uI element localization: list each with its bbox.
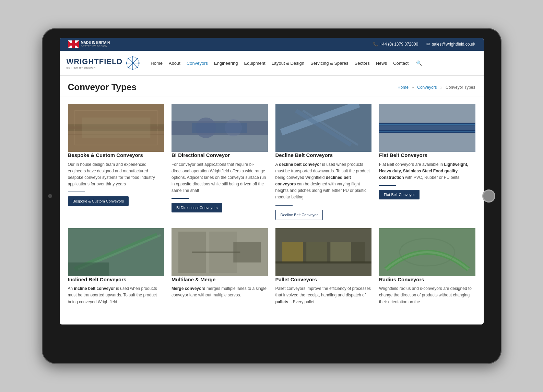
- svg-point-14: [128, 58, 129, 59]
- card-radius-image: [379, 228, 475, 276]
- brand-logo-icon: [125, 56, 140, 71]
- svg-point-18: [132, 62, 134, 64]
- card-bespoke-desc: Our in house design team and experienced…: [68, 161, 164, 188]
- nav-home[interactable]: Home: [151, 54, 163, 73]
- svg-point-11: [132, 69, 133, 70]
- page-title: Conveyor Types: [68, 82, 137, 93]
- nav-equipment[interactable]: Equipment: [244, 54, 265, 73]
- contact-info: 📞 +44 (0) 1379 872800 ✉ sales@wrightfiel…: [373, 42, 475, 47]
- card-bidirectional-image: [172, 104, 268, 152]
- nav-conveyors[interactable]: Conveyors: [187, 54, 208, 73]
- svg-rect-38: [379, 130, 475, 133]
- breadcrumb-conveyors[interactable]: Conveyors: [417, 85, 437, 90]
- card-flatbelt-divider: [379, 185, 396, 186]
- breadcrumb: Home » Conveyors » Conveyor Types: [398, 85, 475, 90]
- card-flatbelt-desc: Flat Belt conveyors are available in Lig…: [379, 161, 475, 181]
- nav-news[interactable]: News: [376, 54, 387, 73]
- page-title-area: Conveyor Types Home » Conveyors » Convey…: [60, 76, 484, 97]
- mib-text: MADE IN BRITAIN: [81, 41, 110, 45]
- card-multilane: Multilane & Merge Merge conveyors merges…: [172, 228, 268, 309]
- svg-point-13: [138, 62, 140, 64]
- email-address: sales@wrightfield.co.uk: [432, 42, 475, 47]
- nav-engineering[interactable]: Engineering: [214, 54, 238, 73]
- nav-servicing-spares[interactable]: Servicing & Spares: [310, 54, 349, 73]
- main-content: Bespoke & Custom Conveyors Our in house …: [60, 97, 484, 324]
- card-decline-image: [275, 104, 372, 152]
- card-inclined-image: [68, 228, 164, 276]
- card-bespoke-title: Bespoke & Custom Conveyors: [68, 152, 164, 159]
- breadcrumb-home[interactable]: Home: [398, 85, 409, 90]
- svg-rect-53: [306, 242, 327, 262]
- card-decline-divider: [275, 205, 293, 206]
- svg-rect-4: [68, 43, 79, 46]
- svg-rect-52: [282, 242, 303, 262]
- card-inclined: Inclined Belt Conveyors An incline belt …: [68, 228, 164, 309]
- card-pallet-desc: Pallet conveyors improve the efficiency …: [275, 285, 372, 305]
- main-nav: Home About Conveyors Engineering Equipme…: [151, 54, 476, 73]
- card-pallet-image: [275, 228, 372, 276]
- card-bidirectional-desc: For conveyor belt applications that requ…: [172, 161, 268, 194]
- card-multilane-desc: Merge conveyors merges multiple lanes to…: [172, 285, 268, 298]
- card-multilane-image: [172, 228, 268, 276]
- card-radius-title: Radius Conveyors: [379, 276, 475, 283]
- card-decline: Decline Belt Conveyors A decline belt co…: [275, 104, 372, 220]
- svg-point-15: [137, 67, 138, 68]
- card-pallet: Pallet Conveyors Pallet conveyors improv…: [275, 228, 372, 309]
- brand-name: WRIGHTFIELD: [67, 57, 123, 66]
- card-bespoke: Bespoke & Custom Conveyors Our in house …: [68, 104, 164, 220]
- svg-point-10: [132, 56, 133, 58]
- card-bespoke-image: [68, 104, 164, 152]
- card-pallet-title: Pallet Conveyors: [275, 276, 372, 283]
- card-inclined-title: Inclined Belt Conveyors: [68, 276, 164, 283]
- card-bespoke-button[interactable]: Bespoke & Custom Conveyors: [68, 196, 129, 206]
- mib-subtext: BETTER BY DESIGN: [81, 45, 110, 48]
- card-grid-row1: Bespoke & Custom Conveyors Our in house …: [68, 104, 475, 220]
- card-grid-row2: Inclined Belt Conveyors An incline belt …: [68, 228, 475, 309]
- phone-number: +44 (0) 1379 872800: [380, 42, 418, 47]
- search-icon[interactable]: 🔍: [416, 60, 422, 66]
- card-flatbelt: Flat Belt Conveyors Flat Belt conveyors …: [379, 104, 475, 220]
- card-decline-button[interactable]: Decline Belt Conveyor: [275, 210, 323, 220]
- site-header: WRIGHTFIELD BETTER BY DESIGN: [60, 51, 484, 76]
- nav-contact[interactable]: Contact: [393, 54, 409, 73]
- svg-rect-37: [379, 123, 475, 125]
- svg-rect-44: [68, 262, 109, 276]
- card-bidirectional-divider: [172, 198, 189, 199]
- card-radius: Radius Conveyors Wrightfield radius and …: [379, 228, 475, 309]
- card-flatbelt-title: Flat Belt Conveyors: [379, 152, 475, 159]
- card-bidirectional-title: Bi Directional Conveyor: [172, 152, 268, 159]
- phone-icon: 📞: [373, 42, 378, 47]
- mib-flag-icon: [68, 40, 79, 48]
- email-icon: ✉: [426, 42, 430, 47]
- svg-rect-54: [330, 242, 351, 262]
- nav-layout-design[interactable]: Layout & Design: [272, 54, 304, 73]
- card-bidirectional: Bi Directional Conveyor For conveyor bel…: [172, 104, 268, 220]
- card-radius-desc: Wrightfield radius and s-conveyors are d…: [379, 285, 475, 305]
- svg-rect-29: [192, 123, 247, 133]
- card-inclined-desc: An incline belt conveyor is used when pr…: [68, 285, 164, 305]
- card-bidirectional-button[interactable]: Bi Directional Conveyors: [172, 203, 222, 212]
- brand-tagline: BETTER BY DESIGN: [67, 66, 123, 69]
- breadcrumb-current: Conveyor Types: [446, 85, 475, 90]
- phone-item: 📞 +44 (0) 1379 872800: [373, 42, 418, 47]
- email-item: ✉ sales@wrightfield.co.uk: [426, 42, 475, 47]
- card-flatbelt-button[interactable]: Flat Belt Conveyor: [379, 190, 420, 199]
- card-bespoke-divider: [68, 192, 85, 192]
- nav-sectors[interactable]: Sectors: [355, 54, 370, 73]
- svg-point-12: [126, 62, 127, 64]
- card-multilane-title: Multilane & Merge: [172, 276, 268, 283]
- card-flatbelt-image: [379, 104, 475, 152]
- svg-rect-24: [82, 118, 150, 138]
- svg-point-16: [137, 58, 138, 59]
- made-in-britain-badge: MADE IN BRITAIN BETTER BY DESIGN: [68, 40, 110, 48]
- card-decline-desc: A decline belt conveyor is used when pro…: [275, 161, 372, 201]
- card-decline-title: Decline Belt Conveyors: [275, 152, 372, 159]
- scroll-dot-right: [482, 189, 495, 203]
- nav-about[interactable]: About: [169, 54, 180, 73]
- scroll-dot-left: [48, 194, 52, 198]
- svg-point-17: [128, 67, 129, 68]
- logo-area[interactable]: WRIGHTFIELD BETTER BY DESIGN: [67, 51, 141, 75]
